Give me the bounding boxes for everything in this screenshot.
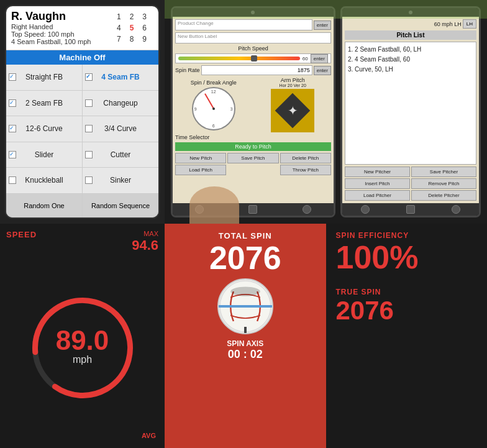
player-handedness: Right Handed [11, 23, 91, 30]
spin-panels: TOTAL SPIN 2076 S [165, 224, 487, 448]
pitch-list-screen: 60 mph LH LH Pitch List 1. 2 Seam Fastba… [342, 17, 479, 203]
machine-status-bar[interactable]: Machine Off [6, 50, 158, 65]
spin-rate-row: Spin Rate 1875 enter [175, 65, 331, 75]
pitch-speed-enter[interactable]: enter [311, 54, 328, 63]
checkbox-4seam-fb [85, 73, 93, 81]
pitch-list-header: Pitch List [345, 30, 476, 40]
pitch-cutter[interactable]: Cutter [83, 142, 158, 168]
tablet-right: 60 mph LH LH Pitch List 1. 2 Seam Fastba… [340, 6, 481, 217]
lh-button[interactable]: LH [463, 19, 476, 29]
spin-rate-label: Spin Rate [175, 67, 200, 73]
spin-efficiency-panel: SPIN EFFICIENCY 100% TRUE SPIN 2076 [326, 224, 488, 448]
product-change-input[interactable]: Product Change [175, 19, 312, 30]
grid-num-9: 9 [138, 34, 151, 45]
product-change-enter-btn[interactable]: enter [314, 21, 331, 30]
time-selector-row: Time Selector [175, 134, 331, 140]
player-name: R. Vaughn [11, 10, 91, 23]
max-label: MAX [132, 230, 158, 237]
speed-panel: SPEED MAX 94.6 89.0 mph AVG [0, 224, 165, 448]
aim-cross-icon: ✦ [288, 103, 298, 118]
remove-pitch-btn[interactable]: Remove Pitch [411, 178, 476, 189]
speed-unit: mph [56, 354, 109, 365]
spin-rate-enter[interactable]: enter [314, 66, 331, 75]
pitch-slider[interactable]: Slider [6, 142, 82, 168]
aim-pitch-section: Arm Pitch Hor 20 Ver 20 ✦ [254, 77, 330, 132]
speed-lh-label: 60 mph LH [434, 21, 462, 27]
aim-diamond-inner: ✦ [275, 93, 311, 129]
delete-pitcher-btn[interactable]: Delete Pitcher [411, 190, 476, 201]
pitch-sinker[interactable]: Sinker [83, 168, 158, 193]
save-pitcher-btn[interactable]: Save Pitcher [411, 167, 476, 177]
pitch-4seam-fb[interactable]: 4 Seam FB [83, 65, 158, 90]
pitch-list-items: 1. 2 Seam Fastball, 60, LH 2. 4 Seam Fas… [345, 42, 476, 165]
gauge-circle: 89.0 mph [27, 292, 139, 404]
pitch-item-2[interactable]: 2. 4 Seam Fastball, 60 [348, 55, 473, 65]
tablet-photo-inner: Product Change enter New Button Label Pi… [165, 0, 487, 224]
checkbox-changeup [85, 99, 93, 107]
new-button-input[interactable]: New Button Label [175, 32, 331, 43]
clock-hand [204, 93, 214, 109]
pitch-speed-track [178, 57, 300, 60]
delete-pitch-btn[interactable]: Delete Pitch [280, 153, 331, 163]
pitch-12-6-curve[interactable]: 12-6 Curve [6, 116, 82, 142]
grid-num-4: 4 [112, 22, 125, 34]
pitch-action-btns: New Pitcher Save Pitcher Insert Pitch Re… [345, 167, 476, 201]
max-value: 94.6 [132, 237, 158, 254]
hand-overlay [189, 186, 239, 224]
phone-header: R. Vaughn Right Handed Top Speed: 100 mp… [6, 6, 158, 50]
spin-axis-value: 00 : 02 [228, 348, 263, 361]
new-button-label-row: New Button Label [175, 32, 331, 43]
clock-center [212, 107, 215, 110]
pitch-changeup[interactable]: Changeup [83, 91, 158, 116]
player-top-speed: Top Speed: 100 mph [11, 30, 91, 38]
grid-num-7: 7 [112, 34, 125, 45]
tablet-right-nav-back[interactable] [361, 205, 370, 214]
load-pitch-btn[interactable]: Load Pitch [175, 165, 226, 175]
insert-pitch-btn[interactable]: Insert Pitch [345, 178, 410, 189]
spin-rate-value: 1875 [201, 65, 312, 75]
pitch-2seam-fb[interactable]: 2 Seam FB [6, 91, 82, 116]
pitch-speed-label: Pitch Speed [175, 45, 331, 52]
new-pitch-btn[interactable]: New Pitch [175, 153, 226, 163]
phone-ui: R. Vaughn Right Handed Top Speed: 100 mp… [5, 5, 160, 219]
tablet-right-nav-recent[interactable] [452, 205, 460, 214]
pitch-item-3[interactable]: 3. Curve, 50, LH [348, 65, 473, 75]
checkbox-slider [9, 151, 16, 158]
speed-label-row: SPEED MAX 94.6 [6, 230, 158, 254]
grid-num-6: 6 [138, 22, 151, 34]
checkbox-2seam-fb [9, 99, 16, 107]
grid-num-1: 1 [112, 11, 125, 22]
tablet-left-screen: Product Change enter New Button Label Pi… [173, 17, 334, 203]
tablet-nav-recent[interactable] [303, 205, 311, 214]
pitch-speed-thumb[interactable] [251, 55, 257, 62]
checkbox-sinker [85, 176, 93, 184]
checkbox-knuckleball [9, 176, 16, 184]
time-selector-label: Time Selector [175, 134, 209, 140]
pitch-item-1[interactable]: 1. 2 Seam Fastball, 60, LH [348, 45, 473, 55]
player-pitch: 4 Seam Fastball, 100 mph [11, 38, 91, 45]
tablet-photo: Product Change enter New Button Label Pi… [165, 0, 487, 224]
pitch-speed-slider[interactable]: 60 enter [175, 53, 331, 63]
throw-pitch-btn[interactable]: Throw Pitch [280, 165, 331, 175]
pitch-3-4-curve[interactable]: 3/4 Curve [83, 116, 158, 142]
pitch-knuckleball[interactable]: Knuckleball [6, 168, 82, 193]
avg-label: AVG [142, 432, 156, 439]
current-speed-number: 89.0 [56, 326, 109, 354]
tablet-bottom-btns: New Pitch Save Pitch Delete Pitch Load P… [175, 153, 331, 175]
spin-break-label: Spin / Break Angle [175, 80, 252, 86]
save-pitch-btn[interactable]: Save Pitch [227, 153, 278, 163]
load-pitcher-btn[interactable]: Load Pitcher [345, 190, 410, 201]
new-pitcher-btn[interactable]: New Pitcher [345, 167, 410, 177]
aim-diamond[interactable]: ✦ [271, 89, 314, 132]
spin-break-row: Spin / Break Angle 12 6 9 3 [175, 77, 331, 132]
spin-efficiency-label: SPIN EFFICIENCY [336, 231, 483, 240]
pitch-random-sequence[interactable]: Random Sequence [83, 194, 158, 218]
pitch-random-one[interactable]: Random One [6, 194, 82, 218]
tablet-right-nav-home[interactable] [406, 205, 415, 214]
aim-pitch-label: Arm Pitch [254, 77, 330, 83]
gauge-value: 89.0 mph [56, 326, 109, 365]
checkbox-3-4-curve [85, 125, 93, 132]
tablet-nav-home[interactable] [248, 205, 257, 214]
total-spin-panel: TOTAL SPIN 2076 S [165, 224, 326, 448]
pitch-straight-fb[interactable]: Straight FB [6, 65, 82, 90]
